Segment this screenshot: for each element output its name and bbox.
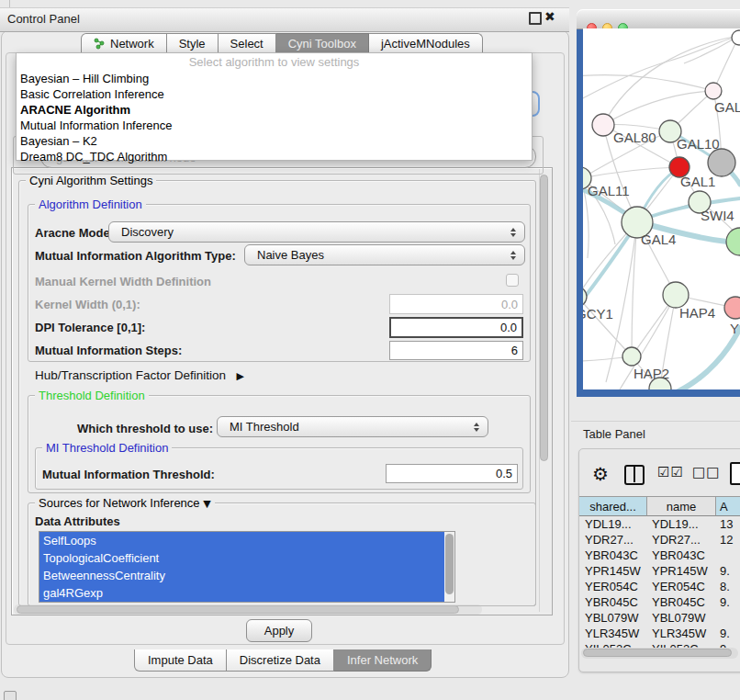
node-label-gal4: GAL4: [641, 231, 676, 247]
list-item-betweennesscentrality[interactable]: BetweennessCentrality: [39, 567, 447, 584]
network-node-gal7[interactable]: [705, 83, 722, 99]
network-canvas: GAL GAL80 GAL10 GAL1 GAL11 SWI4 GAL4 GCY…: [583, 28, 740, 390]
manual-kernel-width-checkbox[interactable]: [506, 274, 519, 287]
dpi-tolerance-field[interactable]: [389, 317, 523, 338]
combo-arrows-icon: [474, 423, 479, 432]
list-item-topologicalcoefficient[interactable]: TopologicalCoefficient: [39, 549, 447, 567]
tab-select[interactable]: Select: [219, 33, 276, 53]
dropdown-item-basic-correlation[interactable]: Basic Correlation Inference: [20, 86, 525, 102]
list-vertical-scrollbar[interactable]: [444, 532, 455, 602]
split-pane-divider: [633, 467, 636, 482]
checked-columns-icon[interactable]: ☑☑: [657, 464, 684, 480]
node-label-y: Y: [730, 321, 739, 336]
dropdown-prompt: Select algorithm to view settings: [17, 55, 532, 69]
network-node-top[interactable]: [732, 30, 740, 45]
node-label-swi4: SWI4: [701, 208, 734, 223]
table-row[interactable]: YDL19... YDL19... 13: [579, 517, 740, 533]
network-node-right-green[interactable]: [726, 228, 740, 255]
apply-button[interactable]: Apply: [246, 619, 312, 642]
bottom-tabs: Impute Data Discretize Data Infer Networ…: [134, 649, 432, 672]
network-node-salmon[interactable]: [724, 297, 740, 319]
combo-arrows-icon: [510, 251, 516, 260]
which-threshold-label: Which threshold to use:: [77, 422, 213, 435]
tab-network[interactable]: Network: [81, 33, 167, 53]
aracne-mode-label: Aracne Mode:: [35, 226, 114, 240]
list-item-selfloops[interactable]: SelfLoops: [39, 532, 447, 549]
table-row[interactable]: YBL079W YBL079W: [579, 611, 740, 627]
cyni-settings-group-title: Cyni Algorithm Settings: [26, 174, 156, 187]
table-horizontal-scrollbar-thumb[interactable]: [583, 649, 732, 657]
close-icon[interactable]: ✖: [544, 9, 555, 24]
tab-impute-data[interactable]: Impute Data: [134, 649, 227, 672]
algorithm-dropdown-list: Select algorithm to view settings Bayesi…: [16, 52, 533, 161]
divider: [9, 0, 10, 7]
tab-infer-network[interactable]: Infer Network: [334, 649, 432, 672]
list-vertical-scrollbar-thumb[interactable]: [445, 534, 454, 594]
node-label-gal7: GAL: [714, 99, 740, 115]
table-row[interactable]: YLR345W YLR345W 9.: [579, 627, 740, 642]
control-panel-titlebar: [0, 7, 569, 32]
split-pane-icon[interactable]: [624, 465, 645, 485]
table-row[interactable]: YBR043C YBR043C: [579, 548, 740, 564]
node-label-gal10: GAL10: [677, 136, 720, 152]
expand-down-icon: ▼: [203, 498, 210, 510]
node-label-hap2: HAP2: [633, 366, 669, 381]
divider: [571, 421, 740, 422]
which-threshold-combo[interactable]: MI Threshold: [217, 416, 488, 437]
table-row[interactable]: YER054C YER054C 8.: [579, 580, 740, 595]
settings-vertical-scrollbar-thumb[interactable]: [540, 175, 548, 461]
kernel-width-field[interactable]: [389, 294, 523, 314]
tab-cyni-toolbox[interactable]: Cyni Toolbox: [276, 33, 369, 53]
node-label-gal11: GAL11: [588, 183, 630, 198]
document-icon[interactable]: [730, 462, 740, 485]
aracne-mode-combo[interactable]: Discovery: [108, 221, 525, 243]
node-label-hap4: HAP4: [679, 305, 715, 321]
mi-steps-field[interactable]: [389, 341, 523, 360]
tab-discretize-data[interactable]: Discretize Data: [227, 649, 334, 672]
kernel-width-label: Kernel Width (0,1):: [35, 298, 140, 311]
mi-threshold-field[interactable]: [386, 464, 518, 483]
network-icon: [94, 38, 106, 50]
network-node-gal80[interactable]: [592, 114, 614, 136]
collapsed-panel-icon[interactable]: [4, 691, 17, 700]
node-label-gal1: GAL1: [680, 174, 715, 189]
dropdown-item-bayesian-k2[interactable]: Bayesian – K2: [20, 133, 525, 149]
expand-right-icon: ▶: [237, 370, 244, 382]
dropdown-item-dream8[interactable]: Dream8 DC_TDC Algorithm: [20, 149, 525, 164]
mi-steps-label: Mutual Information Steps:: [35, 344, 182, 357]
hub-transcription-factor-expander[interactable]: Hub/Transcription Factor Definition ▶: [35, 367, 244, 383]
mi-threshold-definition-title: MI Threshold Definition: [42, 441, 172, 455]
dropdown-item-mutual-information[interactable]: Mutual Information Inference: [20, 118, 525, 133]
tab-jactivemnodules[interactable]: jActiveMNodules: [369, 33, 483, 53]
algorithm-definition-title: Algorithm Definition: [35, 198, 146, 211]
mi-algorithm-type-label: Mutual Information Algorithm Type:: [35, 249, 236, 263]
gear-icon[interactable]: ⚙: [592, 463, 609, 485]
column-header-name[interactable]: name: [647, 496, 716, 516]
mi-algorithm-type-combo[interactable]: Naive Bayes: [244, 244, 525, 265]
control-panel-tabs: Network Style Select Cyni Toolbox jActiv…: [81, 33, 483, 53]
data-attributes-label: Data Attributes: [35, 514, 120, 528]
column-header-shared-name[interactable]: shared...: [579, 496, 647, 516]
column-header-third[interactable]: A: [716, 496, 740, 516]
tab-style[interactable]: Style: [167, 33, 219, 53]
dropdown-item-bayesian-hill-climbing[interactable]: Bayesian – Hill Climbing: [20, 71, 525, 86]
network-node-hap2[interactable]: [622, 347, 641, 366]
data-attributes-list: SelfLoops TopologicalCoefficient Between…: [39, 531, 455, 603]
network-window-titlebar: [577, 9, 740, 29]
table-row[interactable]: YPR145W YPR145W 9.: [579, 564, 740, 580]
table-panel-title: Table Panel: [583, 427, 645, 441]
sources-expander[interactable]: Sources for Network Inference ▼: [35, 496, 215, 510]
settings-horizontal-scrollbar-thumb[interactable]: [17, 605, 459, 614]
float-window-button[interactable]: [529, 12, 542, 25]
table-row[interactable]: YDR27... YDR27... 12: [579, 533, 740, 548]
desktop: Control Panel ✖ Network Style Select Cyn…: [0, 0, 740, 700]
unchecked-columns-icon[interactable]: □□: [692, 464, 720, 480]
network-node-hap4[interactable]: [663, 282, 689, 308]
tab-network-label: Network: [110, 37, 154, 51]
network-node-gray[interactable]: [708, 149, 735, 176]
dropdown-item-aracne[interactable]: ARACNE Algorithm: [20, 102, 525, 118]
table-row[interactable]: YBR045C YBR045C 9.: [579, 595, 740, 611]
mi-threshold-label: Mutual Information Threshold:: [42, 468, 215, 481]
list-item-gal4rgexp[interactable]: gal4RGexp: [39, 584, 447, 602]
network-node-gcy1[interactable]: [583, 287, 587, 307]
